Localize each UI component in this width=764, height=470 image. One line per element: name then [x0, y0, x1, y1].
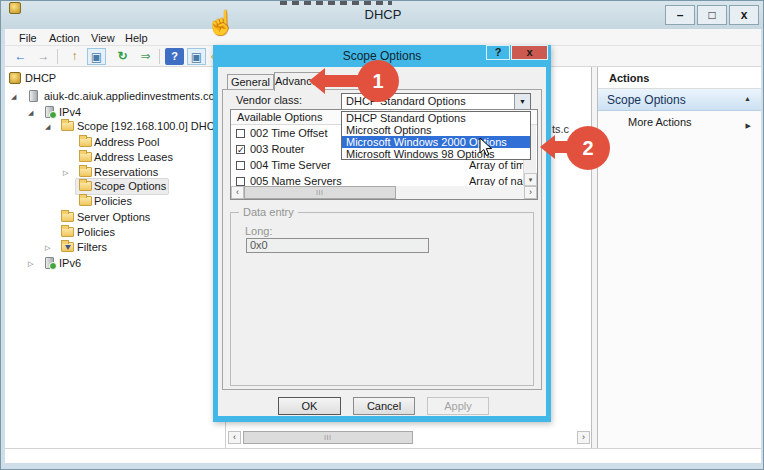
option-row-004[interactable]: 004 Time Server Array of time	[231, 158, 537, 173]
folder-icon	[79, 181, 92, 191]
dhcp-console-icon	[9, 72, 21, 84]
chevron-down-icon[interactable]: ▼	[514, 94, 530, 109]
expander-icon[interactable]: ◢	[11, 89, 21, 104]
show-window-icon[interactable]: ▣	[187, 48, 206, 65]
expander-icon[interactable]: ▷	[28, 256, 38, 271]
menu-view[interactable]: View	[91, 31, 115, 45]
tree-item-ipv4[interactable]: ◢ IPv4	[5, 105, 225, 120]
long-value-field[interactable]: 0x0	[246, 238, 429, 253]
tree-item-policies-ipv4[interactable]: Policies	[5, 225, 225, 240]
folder-icon	[79, 167, 92, 177]
tree-item-address-pool[interactable]: Address Pool	[5, 135, 225, 150]
combobox-value: DHCP Standard Options	[342, 95, 466, 107]
more-actions-arrow-icon[interactable]: ▶	[746, 117, 751, 134]
dropdown-option-highlighted[interactable]: Microsoft Windows 2000 Options	[342, 136, 530, 148]
export-list-icon[interactable]: ⇒	[136, 48, 155, 65]
folder-icon	[61, 121, 74, 131]
status-bar	[5, 448, 761, 463]
folder-icon	[61, 212, 74, 222]
long-label: Long:	[245, 225, 273, 237]
menu-help[interactable]: Help	[125, 31, 148, 45]
cropped-overlay-text	[280, 1, 392, 5]
expander-icon[interactable]: ▷	[45, 240, 55, 255]
collapse-icon[interactable]: ▲	[744, 95, 751, 102]
more-actions-item[interactable]: More Actions ▶	[598, 113, 761, 130]
refresh-icon[interactable]: ↻	[113, 48, 132, 65]
actions-header: Actions	[598, 67, 761, 89]
menu-file[interactable]: File	[19, 31, 37, 45]
group-legend: Data entry	[239, 206, 298, 218]
folder-icon	[79, 152, 92, 162]
scroll-left-button[interactable]: ‹	[231, 186, 244, 199]
checkbox[interactable]	[236, 161, 245, 170]
help-icon[interactable]: ?	[165, 48, 184, 65]
toolbar-separator	[159, 49, 160, 64]
maximize-button[interactable]: □	[697, 5, 727, 25]
tree-item-policies-scope[interactable]: Policies	[5, 194, 225, 209]
list-horizontal-scrollbar[interactable]: ‹ ||| ›	[231, 186, 537, 199]
step-badge-1: 1	[357, 60, 399, 102]
dialog-help-button[interactable]: ?	[486, 45, 510, 60]
expander-icon[interactable]: ◢	[45, 119, 55, 134]
checkbox[interactable]	[236, 177, 245, 186]
back-icon[interactable]: ←	[11, 48, 30, 65]
server-icon	[29, 90, 38, 102]
scroll-right-button[interactable]: ›	[524, 186, 537, 199]
server-check-icon	[45, 257, 54, 269]
actions-panel: Actions Scope Options ▲ More Actions ▶	[598, 67, 761, 448]
console-tree-icon[interactable]: ▣	[87, 48, 106, 65]
step-badge-2: 2	[566, 126, 610, 170]
folder-icon	[61, 227, 74, 237]
minimize-button[interactable]: –	[665, 5, 695, 25]
checkbox-checked[interactable]: ✓	[236, 145, 245, 154]
tree-item-ipv6[interactable]: ▷ IPv6	[5, 256, 225, 271]
tree-item-server[interactable]: ◢ aiuk-dc.aiuk.appliedinvestments.co.uk	[5, 89, 225, 104]
callout-arrow-1-shaft	[323, 75, 361, 87]
menu-bar: File Action View Help	[5, 29, 761, 46]
dropdown-option[interactable]: Microsoft Windows 98 Options	[342, 148, 530, 160]
console-tree: DHCP ◢ aiuk-dc.aiuk.appliedinvestments.c…	[5, 67, 226, 448]
folder-icon	[79, 196, 92, 206]
cancel-button[interactable]: Cancel	[353, 397, 415, 415]
hscroll-thumb[interactable]: |||	[243, 431, 413, 444]
tab-general[interactable]: General	[227, 74, 274, 90]
arrow-cursor-icon	[479, 137, 493, 157]
filter-folder-icon	[61, 242, 74, 252]
forward-icon[interactable]: →	[34, 48, 53, 65]
up-one-level-icon[interactable]: ↑	[65, 48, 84, 65]
tree-item-scope[interactable]: ◢ Scope [192.168.100.0] DHCP	[5, 119, 225, 134]
dropdown-option[interactable]: Microsoft Options	[342, 124, 530, 136]
dropdown-option[interactable]: DHCP Standard Options	[342, 112, 530, 124]
menu-action[interactable]: Action	[49, 31, 80, 45]
tree-item-server-options[interactable]: Server Options	[5, 210, 225, 225]
checkbox[interactable]	[236, 129, 245, 138]
server-check-icon	[45, 106, 54, 118]
hscroll-thumb[interactable]: |||	[244, 186, 396, 199]
scroll-right-button[interactable]: ›	[577, 431, 590, 444]
window-title: DHCP	[1, 7, 764, 22]
title-bar[interactable]: DHCP – □ x	[1, 1, 764, 29]
toolbar-separator	[57, 49, 58, 64]
clipped-column-text: ts.c	[552, 123, 569, 135]
vendor-class-label: Vendor class:	[236, 94, 302, 106]
apply-button[interactable]: Apply	[427, 397, 489, 415]
option-value: Array of time	[469, 158, 525, 173]
tree-item-address-leases[interactable]: Address Leases	[5, 150, 225, 165]
dhcp-console-window: DHCP – □ x File Action View Help ← → ↑ ▣…	[0, 0, 764, 470]
scroll-down-button[interactable]: ▾	[524, 173, 537, 186]
folder-icon	[79, 137, 92, 147]
tree-item-reservations[interactable]: ▷ Reservations	[5, 165, 225, 180]
vendor-class-dropdown-list: DHCP Standard Options Microsoft Options …	[341, 111, 531, 160]
app-icon	[9, 2, 21, 14]
ok-button[interactable]: OK	[278, 397, 341, 415]
scroll-left-button[interactable]: ‹	[228, 431, 241, 444]
tree-item-filters[interactable]: ▷ Filters	[5, 240, 225, 255]
close-button[interactable]: x	[729, 5, 759, 25]
expander-icon[interactable]: ▷	[63, 165, 73, 180]
expander-icon[interactable]: ◢	[28, 105, 38, 120]
tree-item-scope-options[interactable]: Scope Options	[5, 179, 225, 194]
dialog-close-button[interactable]: x	[511, 45, 548, 60]
hand-cursor-icon: ☝	[206, 9, 236, 37]
tree-item-dhcp[interactable]: DHCP	[5, 71, 225, 86]
actions-section-scope-options[interactable]: Scope Options ▲	[598, 89, 761, 111]
